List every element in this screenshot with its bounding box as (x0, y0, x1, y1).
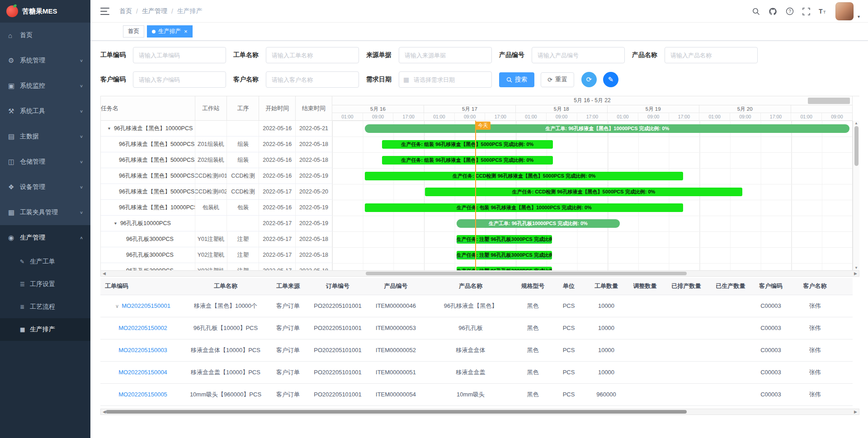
gantt-bar-task[interactable]: 生产任务: 注塑 96孔孔板3000PCS 完成比例: 0% (457, 251, 552, 259)
scroll-right-icon[interactable]: ▶ (854, 410, 857, 414)
hamburger-icon[interactable] (100, 8, 109, 15)
day-label (791, 105, 852, 113)
sidebar-item-system-monitor[interactable]: ▣ 系统监控 ∨ (0, 73, 90, 99)
scroll-up-icon[interactable]: ▲ (853, 121, 859, 125)
gantt-bar-task[interactable]: 生产任务: CCD检测 96孔移液盒【黑色】5000PCS 完成比例: 0% (365, 172, 683, 180)
horizontal-scroll-thumb[interactable] (106, 410, 687, 414)
search-icon (506, 77, 512, 83)
workorder-link[interactable]: MO202205150004 (118, 369, 167, 376)
day-label: 5月 17 (424, 105, 516, 113)
table-horizontal-scrollbar[interactable]: ◀ ▶ (100, 409, 859, 415)
gantt-bar-task[interactable]: 生产任务: 组装 96孔移液盒【黑色】5000PCS 完成比例: 0% (382, 140, 552, 149)
sidebar-item-equipment[interactable]: ❖ 设备管理 ∨ (0, 174, 90, 200)
search-icon[interactable] (752, 7, 761, 16)
product-code-input[interactable] (532, 47, 625, 63)
col-product-code: 产品编号 (365, 278, 426, 295)
sidebar-item-warehouse[interactable]: ◫ 仓储管理 ∨ (0, 149, 90, 174)
workorder-code-input[interactable] (133, 47, 226, 63)
gantt-row[interactable]: 96孔移液盒【黑色】5000PCS CCD检测#01 CCD检测 2022-05… (101, 168, 332, 184)
gantt-bar-task[interactable]: 生产任务: 注塑 96孔孔板3000PCS 完成比例: 0% (457, 267, 552, 270)
gantt-bar-workorder[interactable]: 生产工单: 96孔移液盒【黑色】10000PCS 完成比例: 0% (365, 124, 849, 133)
gantt-bar-task[interactable]: 生产任务: 包装 96孔移液盒【黑色】10000PCS 完成比例: 0% (365, 203, 683, 212)
hour-label: 01:00 (516, 113, 547, 120)
timeline-scroll-indicator[interactable] (808, 98, 850, 104)
field-customer-name: 客户名称 (233, 71, 359, 88)
gantt-table-header: 任务名 工作站 工序 开始时间 结束时间 (100, 96, 332, 121)
sidebar-item-production[interactable]: ◉ 生产管理 ∧ (0, 225, 90, 250)
avatar[interactable] (835, 2, 854, 20)
gantt-row[interactable]: 96孔移液盒【黑色】5000PCS Z02组装机 组装 2022-05-16 2… (101, 152, 332, 168)
source-doc-input[interactable] (399, 47, 492, 63)
gantt-row[interactable]: 96孔移液盒【黑色】5000PCS Z01组装机 组装 2022-05-16 2… (101, 137, 332, 152)
gantt-bar-task[interactable]: 生产任务: 组装 96孔移液盒【黑色】5000PCS 完成比例: 0% (382, 156, 552, 165)
customer-code-input[interactable] (133, 71, 226, 88)
sidebar-item-production-scheduling[interactable]: ▦ 生产排产 (0, 318, 90, 341)
horizontal-scroll-thumb[interactable] (366, 272, 687, 275)
gantt-vertical-scrollbar[interactable]: ▲ ▼ (853, 121, 859, 270)
workorder-link[interactable]: MO202205150005 (118, 391, 167, 398)
breadcrumb-home[interactable]: 首页 (119, 7, 132, 15)
chevron-down-icon[interactable]: ∨ (115, 303, 119, 309)
sidebar-item-process-settings[interactable]: ☰ 工序设置 (0, 273, 90, 296)
gantt-row[interactable]: ▼96孔孔板10000PCS 2022-05-17 2022-05-19 (101, 216, 332, 231)
order-row[interactable]: MO202205150005 10mm吸头【960000】PCS 客户订单 PO… (100, 383, 853, 405)
gantt-horizontal-scrollbar[interactable]: ◀ ▶ (100, 270, 859, 277)
workorder-link[interactable]: MO202205150001 (122, 302, 170, 309)
hour-label: 17:00 (669, 113, 700, 120)
reset-button[interactable]: ⟳ 重置 (541, 72, 574, 87)
scroll-down-icon[interactable]: ▼ (853, 266, 859, 270)
gantt-row[interactable]: 96孔移液盒【黑色】10000PCS 包装机 包装 2022-05-16 202… (101, 200, 332, 216)
tab-production-scheduling[interactable]: 生产排产 × (147, 25, 193, 38)
fullscreen-icon[interactable] (802, 7, 811, 16)
github-icon[interactable] (769, 7, 778, 16)
gantt-edit-button[interactable]: ✎ (603, 72, 618, 87)
gantt-bar-task[interactable]: 生产任务: CCD检测 96孔移液盒【黑色】5000PCS 完成比例: 0% (425, 188, 743, 196)
sidebar-item-production-workorder[interactable]: ✎ 生产工单 (0, 250, 90, 273)
help-icon[interactable]: ? (785, 7, 794, 16)
workorder-link[interactable]: MO202205150002 (118, 325, 167, 331)
tab-home[interactable]: 首页 (123, 25, 144, 38)
order-row[interactable]: MO202205150004 移液盒盒盖【10000】PCS 客户订单 PO20… (100, 361, 853, 383)
customer-name-input[interactable] (266, 71, 359, 88)
chevron-up-icon: ∧ (80, 235, 83, 240)
triangle-down-icon[interactable]: ▼ (113, 221, 118, 226)
font-size-icon[interactable]: TT (819, 7, 828, 16)
sidebar-item-master-data[interactable]: ▤ 主数据 ∨ (0, 124, 90, 149)
scroll-left-icon[interactable]: ◀ (103, 410, 106, 414)
field-workorder-code: 工单编码 (100, 47, 226, 63)
hour-label: 01:00 (791, 113, 822, 120)
sidebar-item-system-tools[interactable]: ⚒ 系统工具 ∨ (0, 99, 90, 124)
order-row[interactable]: MO202205150003 移液盒盒体【10000】PCS 客户订单 PO20… (100, 339, 853, 361)
gantt-row[interactable]: 96孔移液盒【黑色】5000PCS CCD检测#02 CCD检测 2022-05… (101, 184, 332, 200)
chevron-down-icon: ∨ (80, 58, 83, 63)
app-logo[interactable]: 苦糖果MES (0, 0, 90, 23)
scroll-left-icon[interactable]: ◀ (103, 271, 106, 276)
demand-date-input[interactable] (399, 71, 492, 88)
gantt-row[interactable]: 96孔孔板3000PCS Y01注塑机 注塑 2022-05-17 2022-0… (101, 231, 332, 247)
field-customer-code: 客户编码 (100, 71, 226, 88)
search-button[interactable]: 搜索 (499, 72, 534, 87)
breadcrumb-current: 生产排产 (177, 7, 203, 15)
gantt-row[interactable]: 96孔孔板3000PCS Y03注塑机 注塑 2022-05-17 2022-0… (101, 263, 332, 270)
workorder-name-input[interactable] (266, 47, 359, 63)
gantt-row[interactable]: ▼96孔移液盒【黑色】10000PCS 2022-05-16 2022-05-2… (101, 121, 332, 137)
scroll-right-icon[interactable]: ▶ (854, 271, 857, 276)
sidebar-item-home[interactable]: ⌂ 首页 (0, 23, 90, 48)
gantt-refresh-button[interactable]: ⟳ (581, 72, 597, 87)
workorder-link[interactable]: MO202205150003 (118, 347, 167, 353)
product-name-input[interactable] (665, 47, 758, 63)
sidebar-item-process-flow[interactable]: ≣ 工艺流程 (0, 296, 90, 318)
close-icon[interactable]: × (184, 28, 188, 34)
sidebar-item-system-mgmt[interactable]: ⚙ 系统管理 ∨ (0, 48, 90, 73)
gantt-task-table: 任务名 工作站 工序 开始时间 结束时间 ▼96孔移液盒【黑色】10000PCS… (100, 96, 332, 270)
triangle-down-icon[interactable]: ▼ (107, 127, 111, 131)
order-row[interactable]: ∨MO202205150001 移液盒【黑色】10000个 客户订单 PO202… (100, 295, 853, 317)
order-row[interactable]: MO202205150002 96孔孔板【10000】PCS 客户订单 PO20… (100, 317, 853, 339)
gantt-bar-task[interactable]: 生产任务: 注塑 96孔孔板3000PCS 完成比例: 0% (457, 235, 552, 244)
gantt-bar-workorder[interactable]: 生产工单: 96孔孔板10000PCS 完成比例: 0% (457, 219, 620, 228)
breadcrumb-production[interactable]: 生产管理 (142, 7, 167, 15)
vertical-scroll-thumb[interactable] (854, 126, 859, 166)
gantt-row[interactable]: 96孔孔板3000PCS Y02注塑机 注塑 2022-05-17 2022-0… (101, 247, 332, 263)
sidebar-item-fixture[interactable]: ▦ 工装夹具管理 ∨ (0, 200, 90, 225)
col-workorder-qty: 工单数量 (587, 278, 626, 295)
